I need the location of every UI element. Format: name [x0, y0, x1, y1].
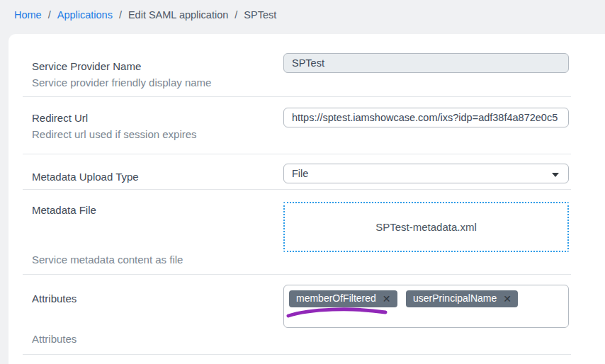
breadcrumb-home-link[interactable]: Home — [14, 9, 42, 21]
attributes-input[interactable]: memberOfFiltered ✕ userPrincipalName ✕ — [283, 285, 569, 328]
breadcrumb-applications-link[interactable]: Applications — [57, 9, 113, 21]
service-provider-name-label: Service Provider Name — [32, 60, 141, 72]
attributes-label: Attributes — [32, 292, 77, 305]
service-provider-name-help: Service provider friendly display name — [32, 76, 211, 89]
chevron-down-icon — [552, 173, 559, 177]
row-divider — [23, 154, 571, 154]
breadcrumb-separator: / — [234, 9, 237, 21]
redirect-url-label: Redirect Url — [32, 112, 88, 124]
metadata-file-label: Metadata File — [32, 204, 96, 216]
row-divider — [23, 189, 571, 190]
redirect-url-input[interactable]: https://sptest.iamshowcase.com/ixs?idp=a… — [283, 108, 569, 127]
breadcrumb-separator: / — [48, 9, 51, 21]
edit-saml-application-card: Service Provider Name Service provider f… — [9, 34, 605, 364]
row-divider — [23, 354, 571, 355]
row-divider — [23, 274, 571, 275]
attributes-help: Attributes — [32, 333, 77, 345]
attribute-tag-label: userPrincipalName — [413, 292, 497, 305]
remove-tag-icon[interactable]: ✕ — [383, 294, 391, 304]
breadcrumb: Home / Applications / Edit SAML applicat… — [14, 9, 276, 21]
row-divider — [23, 96, 571, 97]
page: Home / Applications / Edit SAML applicat… — [0, 0, 605, 364]
metadata-file-dropzone[interactable]: SPTest-metadata.xml — [283, 202, 569, 252]
breadcrumb-separator: / — [119, 9, 122, 21]
breadcrumb-current-item: SPTest — [244, 9, 276, 21]
metadata-upload-type-label: Metadata Upload Type — [32, 171, 139, 183]
remove-tag-icon[interactable]: ✕ — [503, 294, 511, 304]
metadata-upload-type-value: File — [292, 168, 308, 179]
attribute-tag: userPrincipalName ✕ — [406, 290, 518, 307]
breadcrumb-current-section: Edit SAML application — [128, 9, 228, 21]
attribute-tag: memberOfFiltered ✕ — [289, 290, 397, 307]
metadata-upload-type-select[interactable]: File — [283, 164, 569, 183]
redirect-url-help: Redirect url used if session expires — [32, 128, 197, 140]
metadata-file-help: Service metadata content as file — [32, 254, 183, 266]
attribute-tag-label: memberOfFiltered — [296, 292, 376, 305]
service-provider-name-input[interactable]: SPTest — [283, 53, 569, 73]
metadata-file-name: SPTest-metadata.xml — [375, 221, 477, 233]
